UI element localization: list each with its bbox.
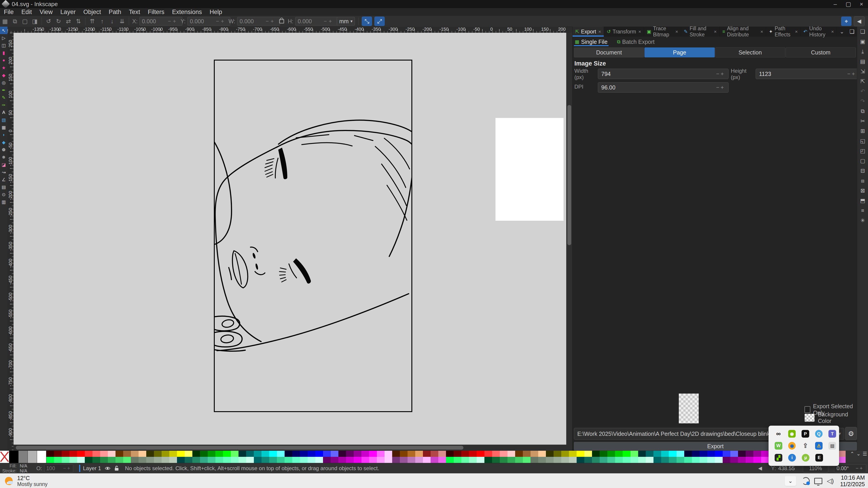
palette-swatch[interactable] [530,451,538,457]
palette-swatch[interactable] [577,451,584,457]
scope-selection-button[interactable]: Selection [715,47,785,57]
palette-swatch[interactable] [323,457,331,463]
palette-swatch[interactable] [584,457,592,463]
palette-swatch[interactable] [154,457,162,463]
scale-stroke-toggle[interactable]: ⤡ [362,17,372,26]
palette-swatch[interactable] [231,457,239,463]
zoom-page-width-icon[interactable]: ⊟ [857,166,868,176]
palette-swatch[interactable] [392,457,400,463]
palette-swatch[interactable] [592,457,600,463]
palette-swatch[interactable] [461,457,469,463]
scale-corners-toggle[interactable]: ⤢ [374,17,385,26]
close-tab-icon[interactable]: × [598,29,601,34]
palette-swatch[interactable] [377,451,384,457]
palette-swatch[interactable] [454,451,461,457]
width-field[interactable]: 794−+ [598,69,728,79]
minimize-button[interactable]: – [829,0,842,8]
zoom-selection-icon[interactable]: ◱ [857,136,868,146]
maximize-button[interactable]: ▢ [842,0,855,8]
menu-text[interactable]: Text [125,8,144,16]
selector-tool-icon[interactable]: ↖ [0,27,7,34]
close-button[interactable]: × [855,0,868,8]
opacity-field[interactable]: 100−+ [44,464,73,473]
palette-swatch[interactable] [523,451,530,457]
palette-swatch[interactable] [469,457,477,463]
palette-swatch[interactable] [208,451,215,457]
palette-swatch[interactable] [192,457,200,463]
dialog-tab-export[interactable]: ⇱Export× [572,27,604,37]
palette-swatch[interactable] [231,451,239,457]
palette-swatch[interactable] [684,457,692,463]
palette-swatch[interactable] [384,457,392,463]
box3d-tool-icon[interactable]: ◆ [0,71,7,79]
palette-swatch[interactable] [192,451,200,457]
scope-document-button[interactable]: Document [574,47,644,57]
connector-tool-icon[interactable]: ↝ [0,168,7,176]
palette-swatch[interactable] [300,457,308,463]
group-icon[interactable]: ⧈ [857,176,868,186]
h-field[interactable]: H:0.000−+ [288,17,334,26]
calligraphy-tool-icon[interactable]: ✑ [0,101,7,109]
pen-tool-icon[interactable]: ✒ [0,86,7,94]
ellipse-tool-icon[interactable]: ● [0,57,7,64]
palette-swatch[interactable] [623,451,630,457]
palette-swatch[interactable] [108,457,116,463]
palette-swatch[interactable] [500,457,507,463]
palette-swatch[interactable] [653,457,661,463]
shape-builder-tool-icon[interactable]: ◫ [0,41,7,49]
palette-swatch[interactable] [123,457,131,463]
palette-swatch[interactable] [77,457,85,463]
palette-swatch[interactable] [638,451,646,457]
palette-swatch[interactable] [538,451,546,457]
palette-swatch[interactable] [85,457,92,463]
canvas[interactable] [13,33,566,445]
paste-icon[interactable]: ⊞ [857,126,868,136]
select-all-layers-button[interactable]: ⧉ [10,17,20,26]
palette-swatch[interactable] [92,457,100,463]
palette-swatch[interactable] [554,451,561,457]
palette-swatch[interactable] [246,457,254,463]
toolbar-collapse-button[interactable]: ◀ [854,16,865,26]
palette-swatch[interactable] [561,457,569,463]
duplicate-icon[interactable]: ⧉ [857,106,868,116]
palette-swatch[interactable] [215,451,223,457]
palette-swatch[interactable] [431,451,438,457]
subtab-batch-export[interactable]: ⧉Batch Export [616,37,655,46]
palette-swatch[interactable] [569,457,577,463]
close-tab-icon[interactable]: × [831,29,834,34]
export-settings-button[interactable]: ⚙ [845,427,857,440]
palette-swatch[interactable] [315,457,323,463]
palette-swatch[interactable] [54,451,62,457]
document-print-icon[interactable]: ▤ [857,57,868,66]
y-field[interactable]: Y:0.000−+ [181,17,226,26]
palette-swatch[interactable] [131,451,138,457]
close-tab-icon[interactable]: × [761,29,763,34]
network-tray-icon[interactable] [814,478,822,484]
dialog-tab-trace-bitmap[interactable]: ▣Trace Bitmap× [644,27,681,37]
dialog-tab-align-and-distribute[interactable]: ≡Align and Distribute× [720,27,766,37]
palette-swatch[interactable] [761,457,769,463]
zoom-tool-icon[interactable]: ⊙ [0,191,7,198]
align-dialog-icon[interactable]: ≡ [857,205,868,216]
pencil-tool-icon[interactable]: ✎ [0,94,7,101]
paint-bucket-tool-icon[interactable]: ◆ [0,138,7,146]
select-all-button[interactable]: ▦ [0,17,10,26]
menu-path[interactable]: Path [105,8,125,16]
tab-overflow-icon[interactable]: ⌄ [837,29,847,35]
palette-swatch[interactable] [246,451,254,457]
palette-swatch[interactable] [308,457,315,463]
subtab-single-file[interactable]: ▦Single File [574,37,609,46]
document-open-icon[interactable]: ▣ [857,37,868,46]
layer-lock-icon[interactable] [114,465,119,471]
tray-expand-chevron[interactable]: ⌄ [785,476,796,486]
palette-swatch[interactable] [707,451,715,457]
palette-swatch[interactable] [177,457,185,463]
palette-swatch[interactable] [753,451,761,457]
node-tool-icon[interactable]: ▷ [0,34,7,41]
eraser-tool-icon[interactable]: ◪ [0,161,7,168]
palette-swatch[interactable] [354,457,362,463]
wacom-battery-icon[interactable]: W [775,442,782,450]
dropper-tool-icon[interactable]: ◗ [0,131,7,138]
palette-swatch[interactable] [62,451,69,457]
rectangle-tool-icon[interactable]: ▮ [0,49,7,57]
